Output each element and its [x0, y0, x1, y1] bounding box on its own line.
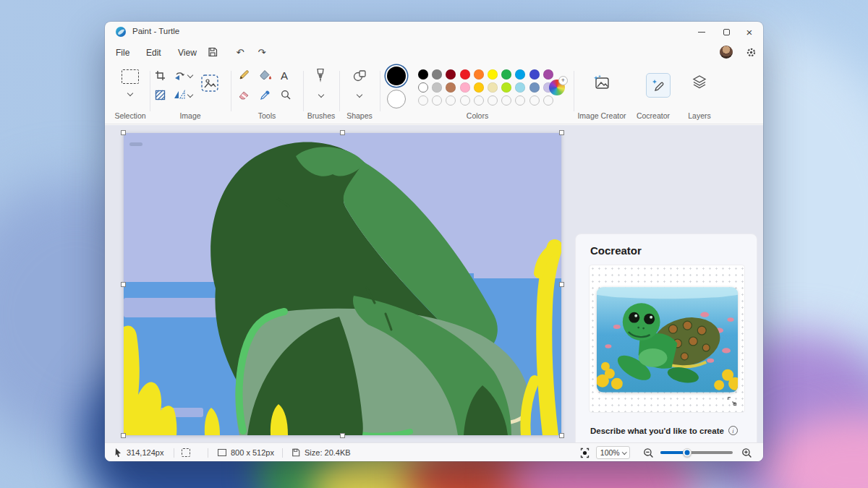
brushes-dropdown[interactable] — [319, 93, 323, 97]
color-swatch[interactable] — [446, 82, 456, 93]
selection-handle[interactable] — [340, 433, 345, 438]
selection-handle[interactable] — [559, 433, 564, 438]
chevron-down-icon — [622, 450, 626, 454]
edit-colors-button[interactable] — [549, 80, 565, 95]
color-swatch[interactable] — [418, 95, 428, 106]
zoom-level-dropdown[interactable]: 100% — [596, 446, 630, 459]
color-swatch[interactable] — [460, 69, 470, 80]
settings-button[interactable] — [743, 45, 759, 59]
flip-button[interactable] — [174, 90, 185, 100]
window-title: Paint - Turtle — [132, 27, 179, 35]
generated-image[interactable] — [597, 287, 738, 393]
fill-button[interactable] — [260, 69, 272, 81]
shapes-button[interactable] — [353, 69, 367, 82]
save-button[interactable] — [205, 45, 221, 59]
color-swatch[interactable] — [529, 95, 540, 106]
eyedropper-button[interactable] — [260, 90, 271, 100]
menu-file[interactable]: File — [109, 46, 136, 59]
secondary-color[interactable] — [387, 90, 406, 108]
canvas-artwork — [124, 133, 561, 435]
color-swatch[interactable] — [474, 82, 484, 93]
selection-dropdown[interactable] — [128, 91, 132, 95]
shapes-dropdown[interactable] — [357, 93, 362, 97]
eraser-button[interactable] — [238, 90, 250, 100]
color-swatch[interactable] — [515, 69, 525, 80]
color-swatch[interactable] — [432, 82, 442, 93]
close-icon: × — [746, 26, 753, 38]
magnifier-button[interactable] — [281, 90, 292, 100]
color-swatch[interactable] — [501, 69, 511, 80]
color-swatch[interactable] — [488, 95, 498, 106]
selection-handle[interactable] — [340, 130, 345, 135]
close-button[interactable]: × — [737, 22, 762, 42]
flip-dropdown[interactable] — [188, 93, 192, 97]
fit-to-screen-button[interactable] — [579, 443, 590, 461]
drawing-canvas[interactable] — [124, 133, 561, 435]
color-swatch[interactable] — [529, 69, 540, 80]
menu-view[interactable]: View — [171, 46, 203, 59]
selection-handle[interactable] — [121, 282, 126, 287]
maximize-icon — [723, 29, 730, 35]
selection-handle[interactable] — [559, 130, 564, 135]
color-swatch[interactable] — [501, 82, 511, 93]
color-swatch[interactable] — [460, 82, 470, 93]
color-swatch[interactable] — [460, 95, 470, 106]
text-tool-button[interactable]: A — [281, 69, 288, 82]
color-swatch[interactable] — [543, 95, 553, 106]
brush-icon — [315, 68, 326, 84]
zoom-out-button[interactable] — [643, 443, 654, 461]
color-swatch[interactable] — [515, 95, 525, 106]
crop-button[interactable] — [155, 70, 166, 81]
color-swatch[interactable] — [501, 95, 511, 106]
menu-edit[interactable]: Edit — [140, 46, 168, 59]
selection-handle[interactable] — [121, 433, 126, 438]
selection-handle[interactable] — [121, 130, 126, 135]
color-swatch[interactable] — [446, 95, 456, 106]
image-creator-button[interactable] — [593, 74, 610, 91]
info-icon[interactable]: i — [728, 426, 738, 435]
undo-button[interactable]: ↶ — [232, 45, 248, 59]
group-layers: Layers — [679, 62, 720, 124]
color-swatch[interactable] — [432, 95, 442, 106]
color-swatch[interactable] — [432, 69, 442, 80]
color-swatch[interactable] — [446, 69, 456, 80]
group-label: Shapes — [341, 111, 378, 120]
zoom-slider-thumb[interactable] — [683, 448, 692, 457]
group-label: Image Creator — [575, 111, 629, 120]
color-swatch[interactable] — [418, 69, 428, 80]
brushes-button[interactable] — [315, 68, 326, 84]
layers-button[interactable] — [692, 74, 707, 90]
zoom-in-button[interactable] — [741, 443, 752, 461]
fill-icon — [260, 69, 272, 81]
expand-preview-button[interactable] — [726, 395, 739, 408]
redo-button[interactable]: ↷ — [254, 45, 270, 59]
minimize-button[interactable] — [689, 22, 714, 42]
remove-background-button[interactable] — [200, 74, 219, 93]
color-swatch[interactable] — [418, 82, 428, 93]
status-divider — [208, 448, 208, 458]
paint-window: Paint - Turtle × File Edit View ↶ ↷ — [105, 22, 763, 461]
resize-button[interactable] — [155, 90, 166, 100]
maximize-button[interactable] — [714, 22, 739, 42]
zoom-slider[interactable] — [660, 451, 733, 454]
color-swatch[interactable] — [515, 82, 525, 93]
color-swatch[interactable] — [488, 69, 498, 80]
rotate-button[interactable] — [174, 70, 185, 81]
color-swatch[interactable] — [474, 95, 484, 106]
color-swatch[interactable] — [543, 69, 553, 80]
selection-handle[interactable] — [559, 282, 564, 287]
color-swatch[interactable] — [488, 82, 498, 93]
pencil-button[interactable] — [238, 69, 250, 81]
color-swatch[interactable] — [474, 69, 484, 80]
rotate-dropdown[interactable] — [188, 73, 192, 77]
color-swatch[interactable] — [529, 82, 540, 93]
cocreator-button[interactable] — [646, 73, 671, 98]
chevron-down-icon — [187, 92, 193, 98]
title-bar[interactable]: Paint - Turtle × — [105, 22, 763, 42]
canvas-size-icon — [218, 449, 226, 456]
gear-icon — [746, 47, 757, 58]
selection-tool-button[interactable] — [122, 69, 139, 84]
primary-color[interactable] — [387, 67, 406, 85]
account-avatar[interactable] — [720, 46, 733, 59]
chevron-down-icon — [318, 92, 324, 98]
